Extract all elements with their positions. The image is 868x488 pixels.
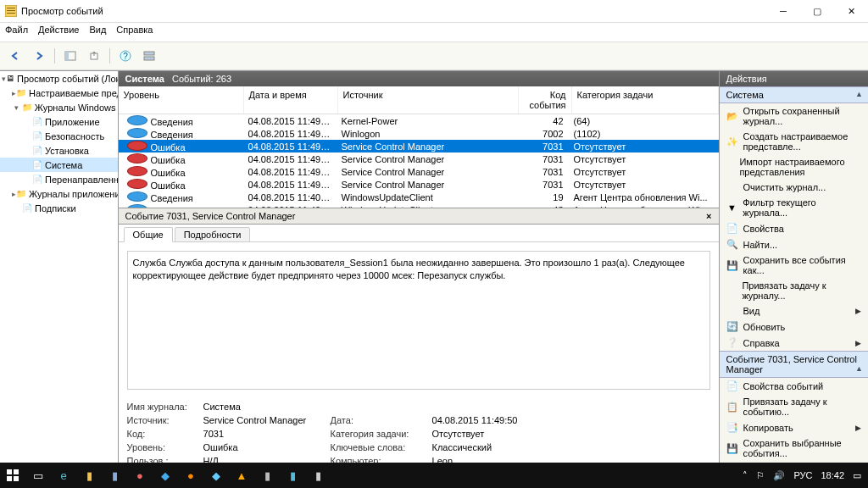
- actions-header: Действия: [720, 71, 868, 86]
- maximize-button[interactable]: ▢: [800, 0, 834, 22]
- svg-rect-13: [7, 476, 12, 481]
- tree-system[interactable]: Система: [45, 160, 82, 170]
- export-button[interactable]: [84, 46, 104, 66]
- tree-app[interactable]: Приложение: [45, 117, 100, 127]
- app-icon-8[interactable]: ▮: [305, 463, 331, 488]
- col-source[interactable]: Источник: [338, 86, 519, 114]
- app-icon-6[interactable]: ▮: [254, 463, 280, 488]
- menu-file[interactable]: Файл: [5, 25, 28, 40]
- table-row[interactable]: Ошибка04.08.2015 11:49:50Service Control…: [119, 152, 719, 165]
- action-item[interactable]: ✨Создать настраиваемое представле...: [720, 129, 868, 154]
- actions-sub-system: Система▲: [720, 86, 868, 103]
- col-level[interactable]: Уровень: [119, 86, 244, 114]
- tab-general[interactable]: Общие: [124, 227, 173, 242]
- taskbar[interactable]: ▭ e ▮ ▮ ● ◆ ● ◆ ▲ ▮ ▮ ▮ ˄ ⚐ 🔊 РУС 18:42 …: [0, 463, 868, 488]
- svg-rect-5: [65, 52, 69, 60]
- nav-tree[interactable]: ▾🖥Просмотр событий (Локальный) ▸📁Настраи…: [0, 71, 119, 473]
- svg-rect-3: [7, 13, 15, 14]
- app-icon-7[interactable]: ▮: [280, 463, 305, 488]
- tray-up-icon[interactable]: ˄: [743, 470, 748, 481]
- table-row[interactable]: Ошибка04.08.2015 11:49:50Service Control…: [119, 178, 719, 191]
- close-button[interactable]: ✕: [834, 0, 868, 22]
- table-row[interactable]: Ошибка04.08.2015 11:49:50Service Control…: [119, 165, 719, 178]
- event-message: Служба Служба доступа к данным пользоват…: [127, 251, 710, 390]
- explorer-icon[interactable]: ▮: [76, 463, 102, 488]
- tree-applogs[interactable]: Журналы приложений и служб: [29, 189, 119, 199]
- col-date[interactable]: Дата и время: [244, 86, 338, 114]
- svg-rect-1: [7, 8, 15, 8]
- tree-subs[interactable]: Подписки: [35, 203, 76, 214]
- svg-rect-14: [14, 476, 19, 481]
- svg-rect-11: [7, 469, 12, 474]
- app-icon-2[interactable]: ◆: [153, 463, 178, 488]
- tray-volume-icon[interactable]: 🔊: [773, 470, 785, 481]
- action-item[interactable]: ❔Справка▶: [720, 335, 868, 351]
- app-icon-5[interactable]: ▲: [229, 463, 254, 488]
- action-item[interactable]: 📂Открыть сохраненный журнал...: [720, 103, 868, 129]
- column-headers[interactable]: Уровень Дата и время Источник Код событи…: [119, 86, 719, 114]
- help-button[interactable]: ?: [115, 46, 136, 66]
- show-hide-button[interactable]: [60, 46, 81, 66]
- action-item[interactable]: 📑Копировать▶: [720, 419, 868, 435]
- tray-time[interactable]: 18:42: [821, 470, 844, 480]
- action-item[interactable]: 📋Привязать задачу к событию...: [720, 394, 868, 419]
- taskview-icon[interactable]: ▭: [25, 463, 51, 488]
- detail-close-icon[interactable]: ×: [706, 211, 711, 221]
- table-row[interactable]: Сведения04.08.2015 11:40:48WindowsUpdate…: [119, 191, 719, 203]
- tree-winlogs[interactable]: Журналы Windows: [35, 103, 116, 113]
- action-item[interactable]: 💾Сохранить выбранные события...: [720, 435, 868, 461]
- menu-bar: Файл Действие Вид Справка: [0, 23, 868, 42]
- svg-rect-2: [7, 10, 15, 11]
- action-item[interactable]: Привязать задачу к журналу...: [720, 278, 868, 303]
- start-button[interactable]: [0, 463, 25, 488]
- action-item[interactable]: 📄Свойства: [720, 220, 868, 236]
- back-button[interactable]: [5, 46, 25, 66]
- edge-icon[interactable]: e: [51, 463, 76, 488]
- action-item[interactable]: 🔍Найти...: [720, 236, 868, 252]
- minimize-button[interactable]: ─: [766, 0, 800, 22]
- action-item[interactable]: Очистить журнал...: [720, 180, 868, 195]
- window-title: Просмотр событий: [21, 6, 103, 16]
- app-icon-1[interactable]: ●: [127, 463, 153, 488]
- app-icon-3[interactable]: ●: [178, 463, 203, 488]
- action-item[interactable]: Импорт настраиваемого представления: [720, 154, 868, 180]
- menu-view[interactable]: Вид: [89, 25, 106, 40]
- svg-rect-12: [14, 469, 19, 474]
- forward-button[interactable]: [29, 46, 49, 66]
- action-item[interactable]: 💾Сохранить все события как...: [720, 252, 868, 278]
- svg-rect-9: [144, 52, 154, 55]
- menu-action[interactable]: Действие: [38, 25, 79, 40]
- toolbar: ?: [0, 42, 868, 70]
- layout-button[interactable]: [139, 46, 159, 66]
- tree-fwd[interactable]: Перенаправленные события: [45, 175, 119, 185]
- action-item[interactable]: ▼Фильтр текущего журнала...: [720, 195, 868, 220]
- col-task[interactable]: Категория задачи: [572, 86, 719, 114]
- svg-text:?: ?: [123, 52, 128, 61]
- tray-lang[interactable]: РУС: [793, 470, 812, 480]
- event-rows[interactable]: Сведения04.08.2015 11:49:55Kernel-Power4…: [119, 114, 719, 208]
- actions-sub-event: Событие 7031, Service Control Manager▲: [720, 351, 868, 378]
- col-code[interactable]: Код события: [519, 86, 572, 114]
- menu-help[interactable]: Справка: [116, 25, 153, 40]
- tree-custom[interactable]: Настраиваемые представления: [29, 88, 119, 98]
- actions-pane: Действия Система▲ 📂Открыть сохраненный ж…: [720, 71, 868, 473]
- title-bar: Просмотр событий ─ ▢ ✕: [0, 0, 868, 23]
- app-icon: [5, 5, 17, 17]
- app-icon-4[interactable]: ◆: [203, 463, 229, 488]
- table-row[interactable]: Сведения04.08.2015 11:49:55Kernel-Power4…: [119, 114, 719, 127]
- notifications-icon[interactable]: ▭: [853, 470, 861, 481]
- tab-details[interactable]: Подробности: [175, 227, 251, 242]
- store-icon[interactable]: ▮: [102, 463, 127, 488]
- action-item[interactable]: 📄Свойства событий: [720, 378, 868, 394]
- detail-header: Событие 7031, Service Control Manager ×: [119, 208, 719, 225]
- grid-header: Система Событий: 263: [119, 71, 719, 86]
- svg-rect-10: [144, 57, 154, 60]
- action-item[interactable]: Вид▶: [720, 303, 868, 319]
- tree-setup[interactable]: Установка: [45, 146, 89, 156]
- table-row[interactable]: Ошибка04.08.2015 11:49:50Service Control…: [119, 140, 719, 152]
- tree-root[interactable]: Просмотр событий (Локальный): [17, 74, 119, 84]
- tray-network-icon[interactable]: ⚐: [756, 470, 765, 481]
- tree-sec[interactable]: Безопасность: [45, 131, 104, 141]
- action-item[interactable]: 🔄Обновить: [720, 319, 868, 335]
- table-row[interactable]: Сведения04.08.2015 11:49:53Winlogon7002(…: [119, 127, 719, 140]
